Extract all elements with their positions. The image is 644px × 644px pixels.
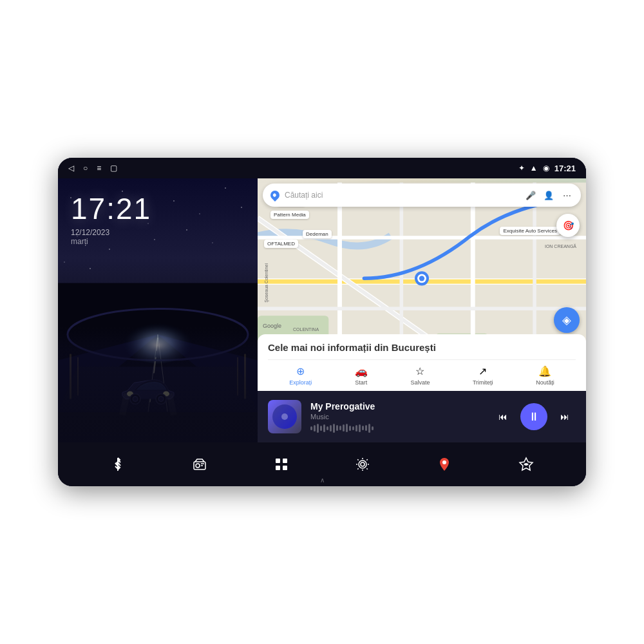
map-nav-trimiteți[interactable]: ↗ Trimiteți: [468, 365, 498, 386]
clock-time: 17:21: [71, 191, 258, 226]
car-area: [58, 252, 258, 442]
start-label: Start: [355, 379, 367, 386]
map-nav-start[interactable]: 🚗 Start: [350, 365, 373, 386]
map-label-ion-creanga: ION CREANGĂ: [542, 243, 580, 250]
clock-date: 12/12/2023: [71, 228, 258, 237]
dock-maps[interactable]: [428, 448, 460, 480]
music-waveform: [310, 424, 483, 433]
start-icon: 🚗: [355, 365, 368, 377]
explore-label: Explorați: [289, 379, 312, 386]
saved-label: Salvate: [410, 379, 430, 386]
dock-bluetooth[interactable]: [102, 448, 134, 480]
share-label: Trimiteți: [473, 379, 493, 386]
svg-point-43: [196, 464, 200, 468]
svg-point-51: [359, 460, 366, 468]
google-watermark: Google: [263, 323, 281, 329]
search-action-icons: 🎤 👤 ⋯: [524, 189, 573, 202]
map-label-dedeman: Dedeman: [303, 230, 332, 238]
car-infotainment-device: ◁ ○ ≡ ▢ ✦ ▲ ◉ 17:21 17:21 12/12/2023 mar…: [58, 158, 586, 486]
svg-point-37: [419, 276, 424, 281]
bottom-dock: ∧: [58, 442, 586, 486]
map-label-colentina: COLENTINA: [290, 326, 322, 333]
map-nav-bar: ⊕ Explorați 🚗 Start ☆ Salvate ↗: [268, 359, 576, 386]
music-controls: ⏮ ⏸ ⏭: [492, 403, 576, 430]
dock-chevron[interactable]: ∧: [320, 477, 325, 484]
dock-radio[interactable]: [184, 448, 216, 480]
back-icon[interactable]: ◁: [68, 164, 74, 173]
main-content: 17:21 12/12/2023 marți: [58, 178, 586, 442]
recents-icon[interactable]: ▢: [110, 164, 117, 173]
location-accuracy-button[interactable]: 🎯: [556, 214, 580, 237]
album-art-inner: [272, 404, 297, 429]
news-icon: 🔔: [538, 365, 551, 377]
share-icon: ↗: [478, 365, 487, 377]
play-pause-button[interactable]: ⏸: [520, 403, 547, 430]
map-area[interactable]: Carrefour Dragonul Roşu Pattern Media De…: [258, 178, 586, 391]
map-info-title: Cele mai noi informații din București: [268, 342, 576, 353]
saved-icon: ☆: [415, 365, 424, 377]
next-button[interactable]: ⏭: [554, 406, 576, 428]
more-options-icon[interactable]: ⋯: [560, 189, 573, 202]
news-label: Noutăți: [536, 379, 554, 386]
wifi-status-icon: ▲: [530, 164, 538, 173]
prev-button[interactable]: ⏮: [492, 406, 514, 428]
music-subtitle: Music: [310, 413, 483, 421]
map-nav-noutăți[interactable]: 🔔 Noutăți: [531, 365, 560, 386]
map-nav-salvate[interactable]: ☆ Salvate: [405, 365, 435, 386]
dock-apps[interactable]: [265, 448, 298, 480]
search-placeholder[interactable]: Căutați aici: [285, 191, 519, 200]
home-icon[interactable]: ○: [83, 164, 88, 173]
svg-point-50: [361, 462, 365, 466]
album-art: [268, 400, 301, 433]
dock-settings[interactable]: [346, 448, 379, 480]
music-player: My Prerogative Music: [258, 391, 586, 442]
album-art-dot: [281, 413, 288, 420]
svg-rect-46: [276, 459, 280, 463]
status-bar: ◁ ○ ≡ ▢ ✦ ▲ ◉ 17:21: [58, 158, 586, 178]
clock-day: marți: [71, 237, 258, 246]
dock-extra[interactable]: [510, 448, 542, 480]
menu-icon[interactable]: ≡: [97, 164, 101, 173]
map-label-oftalmed: OFTALMED: [264, 240, 298, 248]
signal-icon: ◉: [543, 164, 549, 173]
right-panel: Carrefour Dragonul Roşu Pattern Media De…: [258, 178, 586, 442]
music-title: My Prerogative: [310, 401, 483, 412]
clock-area: 17:21 12/12/2023 marți: [58, 178, 258, 252]
map-search-bar[interactable]: Căutați aici 🎤 👤 ⋯: [263, 184, 581, 207]
bluetooth-status-icon: ✦: [518, 164, 525, 173]
map-nav-explorați[interactable]: ⊕ Explorați: [284, 365, 317, 386]
tunnel-overlay: [58, 327, 258, 442]
map-info-panel: Cele mai noi informații din București ⊕ …: [258, 334, 586, 391]
explore-icon: ⊕: [296, 365, 305, 377]
svg-rect-49: [283, 466, 287, 470]
microphone-icon[interactable]: 🎤: [524, 189, 537, 202]
svg-point-52: [442, 460, 446, 464]
map-label-pattern: Pattern Media: [270, 211, 309, 219]
maps-logo: [270, 191, 279, 200]
navigate-button[interactable]: ◈: [554, 307, 580, 333]
music-info: My Prerogative Music: [310, 401, 483, 433]
svg-rect-48: [276, 466, 280, 470]
svg-rect-33: [258, 307, 586, 310]
status-time: 17:21: [554, 164, 576, 173]
left-panel: 17:21 12/12/2023 marți: [58, 178, 258, 442]
map-label-exquisite: Exquisite Auto Services: [500, 227, 560, 235]
svg-rect-47: [283, 459, 287, 463]
map-label-soseaua: Şoseaua Colentinei: [261, 262, 272, 304]
account-icon[interactable]: 👤: [542, 189, 555, 202]
